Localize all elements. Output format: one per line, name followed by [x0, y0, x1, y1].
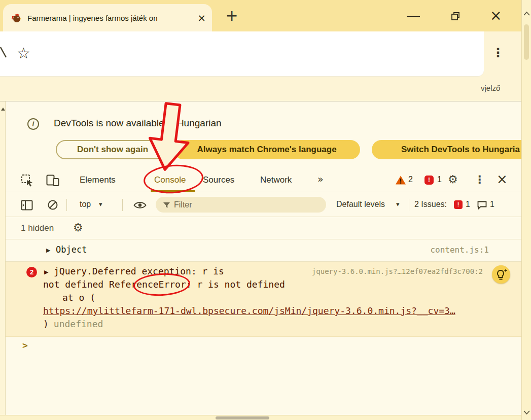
console-error-row[interactable]: 2 ▶ jQuery.Deferred exception: r is jque… — [6, 262, 521, 337]
devtools-left-scrollbar[interactable] — [0, 101, 6, 415]
devtools-panel: i DevTools is now available in Hungarian… — [0, 101, 521, 415]
window-close-icon: × — [490, 7, 502, 24]
hidden-messages-row: 1 hidden ⚙ — [6, 218, 521, 239]
source-link[interactable]: content.js:1 — [430, 245, 489, 255]
issues-summary[interactable]: 2 Issues: — [414, 200, 447, 209]
chevron-down-icon: ▾ — [99, 200, 102, 208]
minimize-button[interactable] — [402, 4, 425, 26]
error-close-paren: ) — [43, 319, 49, 329]
console-prompt[interactable]: > — [22, 340, 28, 351]
filter-funnel-icon — [163, 202, 170, 208]
error-stack-link[interactable]: https://mylittlefarm-171-dwl.bpsecure.co… — [43, 305, 455, 316]
issue-error-count: 1 — [466, 200, 470, 209]
live-expression-eye-button[interactable] — [133, 201, 147, 209]
tab-elements[interactable]: Elements — [80, 175, 116, 185]
devtools-close-button[interactable]: × — [497, 171, 508, 187]
tab-console-underline — [151, 190, 195, 192]
new-tab-button[interactable]: + — [223, 7, 240, 24]
console-toolbar: top ▾ Default levels ▾ 2 Issues: ! 1 1 — [6, 193, 521, 217]
switch-language-button[interactable]: Switch DevTools to Hungaria — [372, 140, 521, 159]
error-repeat-badge: 2 — [26, 267, 37, 277]
console-sidebar-button[interactable] — [21, 200, 33, 211]
match-language-button[interactable]: Always match Chrome's language — [173, 140, 360, 159]
issue-message-count: 1 — [490, 200, 494, 209]
ai-insight-button[interactable] — [492, 265, 510, 284]
scrollbar-thumb[interactable] — [216, 416, 269, 419]
address-bar-pane: ☆ — [0, 31, 484, 76]
vertical-scrollbar[interactable] — [521, 0, 531, 420]
expand-caret-icon[interactable]: ▶ — [44, 269, 48, 275]
tab-sources[interactable]: Sources — [203, 175, 234, 185]
tab-title: Farmerama | ingyenes farmos játék on — [27, 14, 193, 22]
more-tabs-button[interactable]: » — [317, 173, 324, 185]
tab-close-button[interactable]: × — [197, 12, 206, 24]
bookmark-star-icon[interactable]: ☆ — [17, 45, 30, 62]
error-undefined-value: undefined — [54, 319, 103, 329]
browser-menu-button[interactable]: ⋮ — [492, 46, 504, 60]
toolbar-separator — [66, 199, 67, 211]
browser-window: Farmerama | ingyenes farmos játék on × +… — [0, 0, 531, 420]
error-text-line5: )undefined — [43, 319, 103, 329]
settings-gear-icon[interactable]: ⚙ — [73, 221, 83, 234]
scroll-down-icon[interactable] — [523, 410, 530, 415]
error-text-line1: jQuery.Deferred exception: r is — [54, 266, 224, 276]
warning-count: 2 — [408, 175, 413, 184]
reload-partial-icon — [0, 45, 7, 60]
error-source-link[interactable]: jquery-3.6.0.min.js?…12ef07ea2fdf3c700:2 — [312, 267, 483, 275]
info-icon: i — [27, 118, 39, 130]
tab-network[interactable]: Network — [260, 175, 292, 185]
horizontal-scrollbar[interactable] — [0, 415, 521, 420]
levels-selector[interactable]: Default levels — [336, 200, 385, 209]
chevron-down-icon: ▾ — [396, 200, 400, 208]
clear-console-button[interactable] — [47, 199, 58, 211]
device-toolbar-button[interactable] — [46, 174, 59, 186]
error-text-line3: at o ( — [62, 292, 95, 303]
scroll-up-icon[interactable] — [523, 11, 530, 16]
devtools-tab-bar: Elements Console Sources Network » 2 ! 1… — [6, 168, 521, 192]
issue-message-bubble-icon — [477, 201, 487, 209]
console-object-row[interactable]: ▶ Object content.js:1 — [6, 239, 521, 262]
filter-input[interactable] — [174, 197, 321, 212]
error-badge-icon[interactable]: ! — [424, 176, 434, 185]
lightbulb-icon — [492, 265, 510, 284]
error-text-line2: not defined ReferenceError: r is not def… — [43, 279, 285, 290]
restore-icon — [450, 11, 461, 21]
browser-toolbar-area: ☆ ⋮ vjelző — [0, 31, 521, 101]
toolbar-separator — [409, 199, 409, 211]
inspect-element-button[interactable] — [21, 174, 33, 187]
settings-gear-icon[interactable]: ⚙ — [448, 173, 458, 186]
devtools-menu-button[interactable]: ⋮ — [474, 173, 485, 186]
banner-message: DevTools is now available in Hungarian — [54, 118, 222, 129]
browser-tab[interactable]: Farmerama | ingyenes farmos játék on × — [3, 4, 212, 31]
bookmark-bar-label: vjelző — [481, 84, 500, 92]
scrollbar-thumb[interactable] — [524, 24, 529, 60]
minimize-icon — [407, 16, 420, 17]
tab-console[interactable]: Console — [154, 175, 186, 185]
warning-icon[interactable] — [395, 175, 406, 185]
toolbar-separator — [122, 199, 123, 211]
hidden-messages-label: 1 hidden — [21, 223, 54, 233]
tab-title-fade — [180, 8, 195, 28]
object-label[interactable]: Object — [56, 244, 87, 255]
scroll-up-small-icon — [1, 108, 5, 111]
favicon-rooster-icon — [11, 12, 22, 23]
issue-error-badge-icon: ! — [454, 200, 463, 209]
annotation-arrow-icon — [142, 101, 197, 176]
error-count: 1 — [437, 175, 442, 184]
expand-caret-icon[interactable]: ▶ — [46, 247, 50, 254]
context-selector[interactable]: top — [80, 200, 91, 209]
